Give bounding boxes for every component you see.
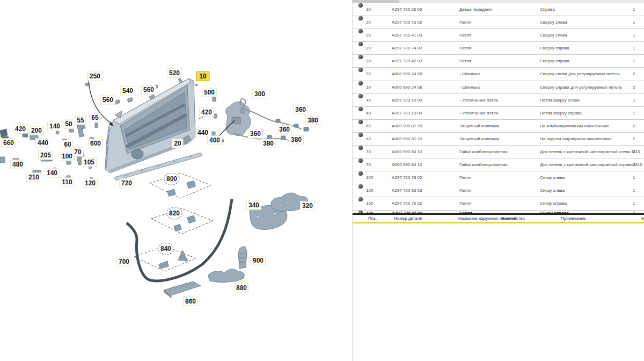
part-quantity: 1	[633, 55, 635, 68]
callout-520[interactable]: 520	[167, 69, 182, 78]
row-position: 100	[366, 211, 373, 213]
position-marker-icon[interactable]	[358, 146, 363, 150]
row-position: 100	[366, 171, 373, 184]
callout-900[interactable]: 900	[251, 256, 266, 265]
callout-720[interactable]: 720	[119, 179, 134, 188]
callout-50[interactable]: 50	[63, 120, 74, 129]
position-marker-icon[interactable]	[358, 68, 363, 72]
callout-205[interactable]: 205	[38, 151, 53, 160]
callout-360[interactable]: 360	[248, 129, 263, 139]
callout-420[interactable]: 420	[199, 108, 214, 117]
callout-500[interactable]: 500	[202, 88, 217, 97]
callout-560[interactable]: 560	[100, 96, 115, 105]
epc-parts-catalog: 2505605405605201050030042036038044040036…	[0, 0, 644, 361]
part-quantity: 2	[633, 133, 635, 146]
table-row[interactable]: 100A297 720 63 03ПетляСнизу слева1	[353, 184, 644, 197]
position-marker-icon[interactable]	[358, 3, 363, 8]
table-row[interactable]: 70A000 990 84 10Гайка комбинированнаяДля…	[353, 146, 644, 158]
table-row[interactable]: 100A297 720 76 02ПетляСнизу справа1	[353, 197, 644, 210]
callout-380[interactable]: 380	[261, 139, 276, 148]
callout-110[interactable]: 110	[60, 178, 74, 187]
callout-420[interactable]: 420	[13, 125, 28, 134]
callout-600[interactable]: 600	[88, 139, 103, 148]
callout-380[interactable]: 380	[305, 116, 320, 125]
position-marker-icon[interactable]	[358, 29, 363, 33]
callout-210[interactable]: 210	[26, 173, 41, 182]
position-marker-icon[interactable]	[358, 81, 363, 85]
position-marker-icon[interactable]	[358, 184, 363, 189]
table-row[interactable]: 60A000 990 87 20Защитный колпачокНа комб…	[353, 120, 644, 133]
callout-140[interactable]: 140	[45, 169, 60, 178]
table-row[interactable]: 20A297 720 41 03ПетляСверху слева1	[353, 29, 644, 42]
callout-700[interactable]: 700	[116, 257, 131, 266]
part-quantity: 2	[633, 68, 635, 81]
callout-840[interactable]: 840	[158, 243, 174, 255]
callout-800[interactable]: 800	[164, 173, 180, 185]
parts-list-panel: 10A297 720 26 00Дверь передняяСправа120A…	[352, 0, 644, 361]
table-row[interactable]: 20A297 720 74 02ПетляСверху справа1	[353, 42, 644, 55]
callout-380[interactable]: 380	[289, 135, 304, 145]
table-row[interactable]: 10A297 720 26 00Дверь передняяСправа1	[353, 3, 644, 16]
callout-560[interactable]: 560	[141, 85, 156, 95]
callout-120[interactable]: 120	[83, 179, 98, 188]
table-row[interactable]: 100A297 720 78 02ПетляСнизу слева1	[353, 171, 644, 184]
row-position: 70	[366, 158, 371, 171]
position-marker-icon[interactable]	[358, 171, 363, 176]
callout-65[interactable]: 65	[89, 113, 100, 122]
part-quantity: 1	[633, 171, 635, 184]
position-marker-icon[interactable]	[358, 158, 363, 163]
table-row[interactable]: 40A297 723 10 00- Уплотнение петлиПетли …	[353, 107, 644, 120]
callout-320[interactable]: 320	[300, 201, 315, 211]
part-note: Снизу справа	[540, 211, 569, 213]
callout-100[interactable]: 100	[60, 152, 75, 161]
callout-140[interactable]: 140	[47, 122, 62, 131]
table-row[interactable]: 30A000 990 24 08- ШпилькаСверху справа д…	[353, 81, 644, 94]
position-marker-icon[interactable]	[358, 197, 363, 201]
callout-820[interactable]: 820	[167, 207, 182, 220]
table-row[interactable]: 70A000 990 84 10Гайка комбинированнаяДля…	[353, 158, 644, 171]
position-marker-icon[interactable]	[358, 120, 363, 124]
callout-105[interactable]: 105	[82, 158, 97, 167]
position-marker-icon[interactable]	[358, 133, 363, 137]
callout-480[interactable]: 480	[10, 160, 25, 169]
position-marker-icon[interactable]	[358, 16, 363, 20]
table-row[interactable]: 30A000 990 24 08- ШпилькаСверху слева дл…	[353, 68, 644, 81]
part-note: Снизу слева	[540, 184, 565, 197]
callout-340[interactable]: 340	[246, 201, 261, 210]
callout-55[interactable]: 55	[75, 116, 86, 125]
callout-360[interactable]: 360	[293, 105, 308, 114]
table-row[interactable]: 20A297 720 73 02ПетляСверху слева1	[353, 16, 644, 29]
position-marker-icon[interactable]	[358, 211, 363, 213]
callout-200[interactable]: 200	[29, 126, 44, 135]
callout-360[interactable]: 360	[277, 125, 292, 134]
part-name: - Уплотнение петли	[459, 107, 498, 120]
part-name: Петля	[459, 211, 472, 213]
callout-250[interactable]: 250	[87, 72, 103, 81]
callout-660[interactable]: 660	[1, 139, 16, 148]
row-position: 100	[366, 197, 373, 210]
part-name: Гайка комбинированная	[459, 158, 508, 171]
position-marker-icon[interactable]	[358, 107, 363, 111]
part-note: Справа	[540, 3, 555, 16]
part-900	[238, 246, 247, 269]
callout-880[interactable]: 880	[234, 284, 249, 293]
table-row[interactable]: 40A297 723 10 00- Уплотнение петлиПетли …	[353, 94, 644, 107]
position-marker-icon[interactable]	[358, 42, 363, 46]
callout-300[interactable]: 300	[252, 90, 267, 99]
part-note: Сверху слева для регулируемых петель	[540, 68, 620, 81]
callout-20[interactable]: 20	[172, 139, 183, 148]
position-marker-icon[interactable]	[358, 94, 363, 98]
callout-860[interactable]: 860	[183, 297, 198, 306]
callout-440[interactable]: 440	[35, 139, 50, 148]
table-row[interactable]: 20A297 720 42 03ПетляСверху справа1	[353, 55, 644, 68]
part-number: A000 990 24 08	[392, 68, 422, 81]
callout-540[interactable]: 540	[120, 86, 135, 96]
part-quantity: 2	[633, 158, 635, 171]
table-row[interactable]: 60A000 990 87 20Защитный колпачокНа задн…	[353, 133, 644, 146]
position-marker-icon[interactable]	[358, 55, 363, 59]
callout-10[interactable]: 10	[196, 71, 209, 81]
part-name: Защитный колпачок	[459, 120, 499, 133]
part-name: - Шпилька	[459, 68, 480, 81]
callout-400[interactable]: 400	[207, 136, 222, 145]
table-row[interactable]: 100A297 720 44 03ПетляСнизу справа1	[353, 211, 644, 213]
